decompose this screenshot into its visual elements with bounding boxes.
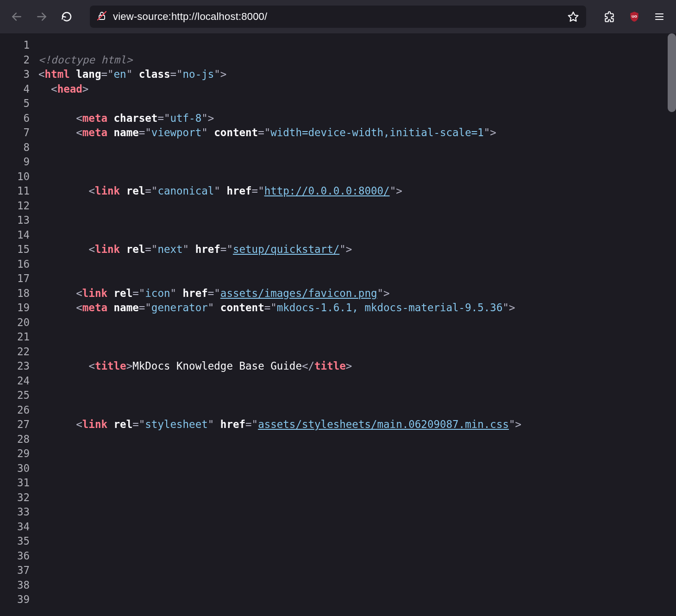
ublock-button[interactable]: uo: [624, 6, 645, 27]
line-number: 37: [0, 563, 34, 578]
source-line: [38, 461, 676, 476]
line-number: 35: [0, 534, 34, 549]
source-line: <link rel="next" href="setup/quickstart/…: [38, 242, 676, 257]
line-number: 11: [0, 184, 34, 199]
reload-icon: [61, 11, 72, 22]
line-number: 22: [0, 345, 34, 359]
browser-toolbar: view-source:http://localhost:8000/ uo: [0, 0, 676, 33]
source-line: [38, 155, 676, 170]
extensions-button[interactable]: [599, 6, 620, 27]
star-icon: [567, 11, 579, 23]
source-line: [38, 228, 676, 243]
source-view: 1234567891011121314151617181920212223242…: [0, 33, 676, 616]
source-line: <meta charset="utf-8">: [38, 111, 676, 126]
line-number: 32: [0, 490, 34, 505]
svg-marker-4: [569, 12, 578, 21]
line-number: 18: [0, 286, 34, 301]
source-link[interactable]: assets/images/favicon.png: [220, 287, 377, 299]
line-number: 6: [0, 111, 34, 126]
line-number: 15: [0, 242, 34, 257]
source-line: [38, 534, 676, 549]
source-line: [38, 213, 676, 228]
line-number: 36: [0, 549, 34, 564]
source-line: [38, 563, 676, 578]
source-line: <head>: [38, 82, 676, 97]
line-number: 33: [0, 505, 34, 520]
source-line: <link rel="icon" href="assets/images/fav…: [38, 286, 676, 301]
source-line: [38, 432, 676, 447]
line-number: 10: [0, 170, 34, 184]
source-line: [38, 446, 676, 461]
line-number: 13: [0, 213, 34, 228]
forward-button[interactable]: [31, 6, 52, 27]
line-number: 4: [0, 82, 34, 97]
source-line: [38, 374, 676, 389]
line-number: 25: [0, 388, 34, 403]
line-number: 12: [0, 199, 34, 214]
source-line: [38, 476, 676, 490]
line-number: 34: [0, 520, 34, 534]
source-line: [38, 38, 676, 53]
line-number: 7: [0, 126, 34, 140]
source-line: [38, 140, 676, 155]
bookmark-button[interactable]: [567, 10, 580, 23]
source-line: [38, 96, 676, 111]
source-line: <link rel="stylesheet" href="assets/styl…: [38, 417, 676, 432]
reload-button[interactable]: [56, 6, 77, 27]
line-number: 27: [0, 417, 34, 432]
line-number: 1: [0, 38, 34, 53]
source-line: [38, 549, 676, 564]
source-line: [38, 199, 676, 214]
line-number: 16: [0, 257, 34, 272]
vertical-scrollbar[interactable]: [668, 33, 676, 112]
source-line: [38, 490, 676, 505]
line-number: 17: [0, 271, 34, 286]
back-button[interactable]: [6, 6, 27, 27]
url-text[interactable]: view-source:http://localhost:8000/: [113, 11, 561, 23]
source-line: [38, 271, 676, 286]
line-number: 8: [0, 140, 34, 155]
source-line: [38, 578, 676, 593]
source-line: [38, 330, 676, 345]
source-line: [38, 257, 676, 272]
line-number: 2: [0, 53, 34, 68]
line-number: 28: [0, 432, 34, 447]
source-line: [38, 505, 676, 520]
source-code[interactable]: <!doctype html><html lang="en" class="no…: [34, 33, 676, 616]
shield-icon: uo: [628, 11, 640, 23]
insecure-lock-icon: [96, 10, 107, 23]
line-number: 19: [0, 301, 34, 315]
source-line: <meta name="viewport" content="width=dev…: [38, 126, 676, 140]
line-number: 20: [0, 315, 34, 330]
source-line: <html lang="en" class="no-js">: [38, 67, 676, 82]
arrow-left-icon: [11, 11, 23, 23]
source-link[interactable]: assets/stylesheets/main.06209087.min.css: [258, 418, 509, 430]
line-number: 23: [0, 359, 34, 374]
source-line: [38, 520, 676, 534]
line-number: 24: [0, 374, 34, 389]
url-bar[interactable]: view-source:http://localhost:8000/: [90, 6, 586, 28]
source-line: [38, 345, 676, 359]
line-number: 3: [0, 67, 34, 82]
source-line: <!doctype html>: [38, 53, 676, 68]
app-menu-button[interactable]: [649, 6, 670, 27]
line-number: 26: [0, 403, 34, 418]
source-link[interactable]: setup/quickstart/: [233, 243, 339, 255]
line-number: 5: [0, 96, 34, 111]
line-number: 14: [0, 228, 34, 243]
line-number: 21: [0, 330, 34, 345]
line-number: 31: [0, 476, 34, 490]
source-line: [38, 388, 676, 403]
source-line: <title>MkDocs Knowledge Base Guide</titl…: [38, 359, 676, 374]
line-number-gutter: 1234567891011121314151617181920212223242…: [0, 33, 34, 616]
line-number: 9: [0, 155, 34, 170]
svg-text:uo: uo: [632, 13, 637, 19]
source-line: [38, 403, 676, 418]
line-number: 30: [0, 461, 34, 476]
arrow-right-icon: [36, 11, 48, 23]
source-link[interactable]: http://0.0.0.0:8000/: [264, 185, 390, 197]
source-line: [38, 592, 676, 607]
source-line: [38, 170, 676, 184]
source-line: <meta name="generator" content="mkdocs-1…: [38, 301, 676, 315]
source-line: [38, 315, 676, 330]
